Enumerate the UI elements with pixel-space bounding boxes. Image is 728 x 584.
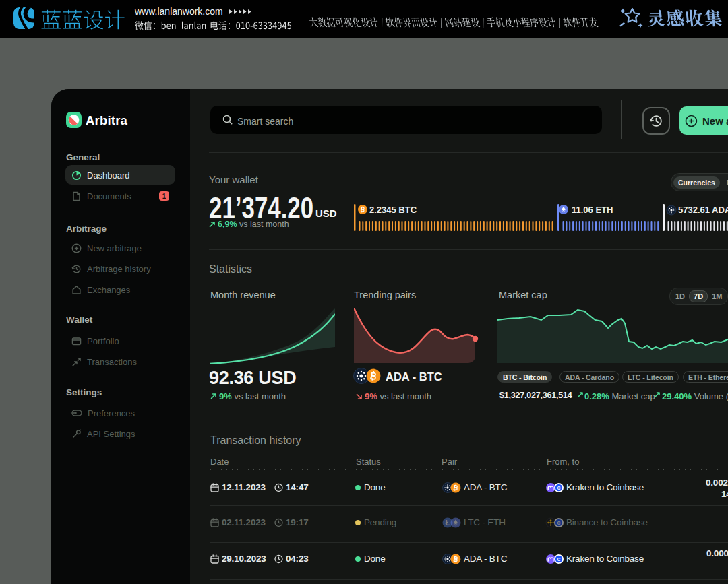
svg-text:C: C bbox=[557, 486, 560, 490]
svg-text:C: C bbox=[557, 557, 560, 562]
svg-text:www.lanlanwork.com: www.lanlanwork.com bbox=[134, 6, 223, 17]
svg-text:Ł: Ł bbox=[446, 519, 450, 527]
svg-text:C: C bbox=[557, 521, 560, 525]
